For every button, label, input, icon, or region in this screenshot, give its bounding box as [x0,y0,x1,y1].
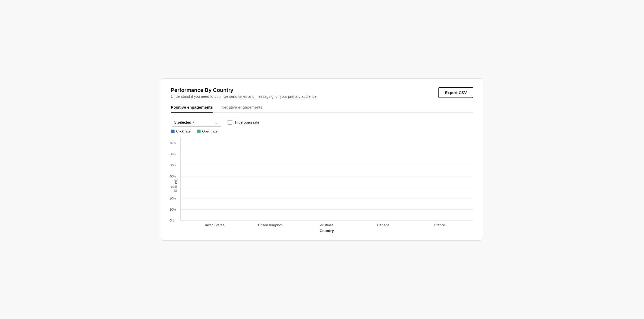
legend-click-rate: Click rate [171,129,190,133]
x-axis-title: Country [180,229,473,233]
x-axis-labels: United StatesUnited KingdomAustraliaCana… [180,221,473,227]
tab-positive-engagements[interactable]: Positive engagements [171,105,213,112]
hide-open-rate-checkbox[interactable] [228,120,232,125]
chevron-down-icon: ⌄ [214,120,218,125]
tabs-row: Positive engagements Negative engagement… [171,105,473,113]
x-axis-country-label: Canada [355,223,411,227]
bars-group [181,138,473,221]
y-tick-label: 0% [169,219,174,223]
y-tick-label: 10% [169,208,176,211]
header-row: Performance By Country Understand if you… [171,87,473,99]
chart-plot: 0%10%20%30%40%50%60%70% [180,138,473,221]
controls-row: 5 selected × ⌄ Hide open rate [171,118,473,127]
y-tick-label: 50% [169,163,176,167]
y-tick-label: 60% [169,152,176,156]
legend-open-rate: Open rate [197,129,217,133]
y-axis-label: Rate (%) [171,138,180,233]
title-block: Performance By Country Understand if you… [171,87,317,99]
country-filter-dropdown[interactable]: 5 selected × ⌄ [171,118,221,127]
tab-negative-engagements[interactable]: Negative engagements [221,105,262,112]
click-rate-color-swatch [171,130,175,133]
dropdown-clear-button[interactable]: × [193,120,195,124]
chart-inner: 0%10%20%30%40%50%60%70% United StatesUni… [180,138,473,233]
y-tick-label: 20% [169,197,176,200]
performance-by-country-card: Performance By Country Understand if you… [161,78,483,241]
y-tick-label: 40% [169,175,176,178]
y-tick-label: 30% [169,185,176,189]
x-axis-country-label: United States [186,223,242,227]
chart-legend: Click rate Open rate [171,129,473,133]
hide-open-rate-toggle[interactable]: Hide open rate [228,120,259,125]
open-rate-color-swatch [197,130,201,133]
x-axis-country-label: Australia [299,223,355,227]
export-csv-button[interactable]: Export CSV [438,87,473,98]
dropdown-selected-label: 5 selected × [174,120,195,125]
y-tick-label: 70% [169,141,176,145]
subtitle: Understand if you need to optimize send … [171,94,317,99]
x-axis-country-label: France [411,223,468,227]
page-title: Performance By Country [171,87,317,93]
x-axis-country-label: United Kingdom [242,223,299,227]
chart-area: Rate (%) 0%10%20%30%40%50%60%70% United … [171,138,473,233]
